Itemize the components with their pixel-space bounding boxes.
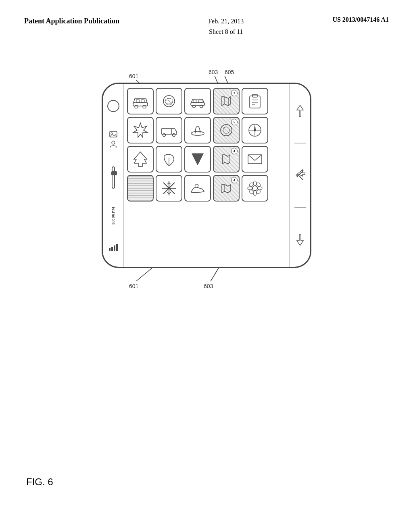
grid-cell-2-2[interactable] — [156, 117, 182, 143]
grid-cell-2-4[interactable]: 5 — [213, 117, 240, 143]
ref603-bottom-label: 603 — [204, 283, 213, 289]
svg-marker-39 — [134, 152, 147, 166]
photo-icon — [109, 130, 118, 139]
ref603-top-label: 603 — [209, 69, 218, 75]
svg-marker-38 — [254, 125, 256, 129]
ref605-top-label: 605 — [225, 69, 234, 75]
back-icon — [294, 168, 306, 183]
grid-cell-4-3[interactable] — [184, 175, 211, 202]
grid-cell-4-2[interactable] — [156, 175, 182, 202]
grid-cell-1-3[interactable] — [184, 88, 211, 114]
main-content-grid: 3 — [124, 84, 289, 267]
sidebar-divider-1 — [294, 143, 306, 143]
patent-label: Patent Application Publication — [24, 16, 119, 26]
grid-row-4: 4 — [127, 175, 286, 202]
car2-icon — [189, 94, 206, 108]
svg-point-55 — [248, 187, 252, 190]
grid-row-1: 3 — [127, 88, 286, 114]
svg-point-56 — [257, 187, 262, 190]
badge-3: 3 — [231, 90, 238, 96]
figure-label: FIG. 6 — [26, 476, 53, 488]
compass-icon — [247, 122, 263, 138]
svg-rect-18 — [193, 100, 197, 102]
sidebar-divider-2 — [294, 207, 306, 208]
time-label: 10:00PM — [111, 206, 115, 225]
svg-marker-27 — [133, 123, 148, 137]
top-icons — [109, 130, 118, 149]
phone-right-sidebar — [289, 84, 310, 267]
svg-point-6 — [111, 133, 113, 134]
circle-pattern-icon — [219, 123, 234, 138]
badge-4a: 4 — [231, 148, 238, 154]
ref601-top-label: 601 — [129, 73, 139, 79]
envelope-icon — [246, 152, 263, 166]
grid-cell-4-1[interactable] — [127, 175, 154, 202]
flower2-icon — [246, 179, 264, 197]
circle-button — [107, 100, 119, 112]
svg-point-54 — [253, 191, 257, 195]
map2-icon — [219, 152, 234, 167]
diagram-area: 601 603 605 601 603 — [65, 56, 348, 330]
patent-number: US 2013/0047146 A1 — [332, 16, 389, 23]
food-icon — [160, 93, 178, 109]
map-icon — [219, 94, 234, 109]
hat-icon — [189, 122, 206, 138]
sheet-info: Sheet 8 of 11 — [208, 27, 244, 37]
grid-cell-2-3[interactable] — [184, 117, 211, 143]
svg-marker-41 — [192, 154, 203, 165]
svg-point-53 — [253, 181, 257, 186]
badge-4b: 4 — [231, 177, 238, 183]
svg-rect-19 — [198, 100, 202, 102]
grid-cell-3-5[interactable] — [242, 146, 268, 172]
svg-rect-22 — [250, 96, 260, 108]
fig-label-text: FIG. 6 — [26, 476, 53, 487]
grid-cell-3-3[interactable] — [184, 146, 211, 172]
phone-device: 10:00PM — [102, 83, 311, 268]
triangle-icon — [190, 150, 206, 168]
truck-icon — [160, 123, 178, 137]
grid-cell-1-4[interactable]: 3 — [213, 88, 240, 114]
slider-bar — [112, 166, 115, 189]
grid-cell-3-1[interactable] — [127, 146, 154, 172]
svg-point-7 — [112, 141, 115, 144]
grid-row-2: 5 — [127, 117, 286, 143]
tree-icon — [132, 150, 148, 168]
svg-rect-12 — [141, 100, 144, 102]
phone-left-sidebar: 10:00PM — [103, 84, 124, 267]
starburst-icon — [131, 121, 149, 139]
svg-point-10 — [143, 105, 146, 108]
grid-cell-1-5[interactable] — [242, 88, 268, 114]
svg-point-33 — [223, 127, 229, 133]
grid-cell-4-5[interactable] — [242, 175, 268, 202]
grid-row-3: 4 — [127, 146, 286, 172]
grid-cell-1-1[interactable] — [127, 88, 154, 114]
clipboard-icon — [247, 93, 263, 110]
car-icon — [131, 94, 149, 108]
svg-line-3 — [136, 268, 152, 281]
grid-cell-2-5[interactable] — [242, 117, 268, 143]
scroll-down-icon — [294, 233, 306, 247]
grid-cell-2-1[interactable] — [127, 117, 154, 143]
grid-cell-4-4[interactable]: 4 — [213, 175, 240, 202]
ref601-bottom-label: 601 — [129, 283, 139, 289]
svg-point-9 — [135, 105, 138, 108]
page-header: Patent Application Publication Feb. 21, … — [0, 16, 413, 37]
snowflake-icon — [160, 179, 178, 197]
patent-title-text: Patent Application Publication — [24, 17, 119, 25]
badge-5: 5 — [231, 119, 238, 125]
svg-point-31 — [191, 131, 204, 135]
shoe-icon — [189, 181, 206, 195]
signal-bars — [109, 243, 118, 251]
grid-cell-3-4[interactable]: 4 — [213, 146, 240, 172]
scroll-up-icon — [294, 104, 306, 118]
svg-point-32 — [221, 125, 232, 136]
map3-icon — [219, 181, 234, 196]
svg-rect-5 — [110, 131, 117, 137]
leaf-icon — [161, 150, 177, 168]
svg-point-37 — [254, 129, 256, 131]
person-icon — [109, 140, 118, 149]
publication-info: Feb. 21, 2013 Sheet 8 of 11 — [208, 16, 244, 37]
patent-number-text: US 2013/0047146 A1 — [332, 16, 389, 23]
grid-cell-3-2[interactable] — [156, 146, 182, 172]
grid-cell-1-2[interactable] — [156, 88, 182, 114]
